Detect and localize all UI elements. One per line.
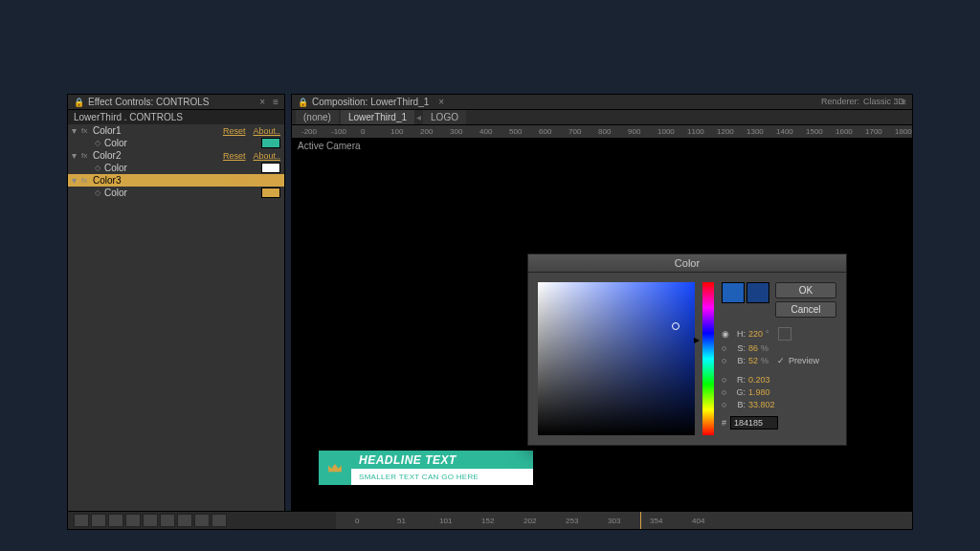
reset-link[interactable]: Reset: [223, 151, 246, 161]
green-value[interactable]: 1.980: [748, 387, 770, 397]
twirl-icon[interactable]: ▾: [72, 175, 81, 186]
panel-title: Composition: LowerThird_1: [312, 97, 429, 107]
about-link[interactable]: About..: [253, 126, 280, 136]
dialog-title: Color: [528, 254, 846, 273]
crumb-lowerthird[interactable]: LowerThird_1: [341, 110, 414, 124]
lower-third-preview: HEADLINE TEXT SMALLER TEXT CAN GO HERE: [319, 451, 533, 485]
color-picker-dialog: Color: [527, 253, 847, 446]
reset-link[interactable]: Reset: [223, 176, 246, 186]
color-swatch[interactable]: [261, 138, 280, 148]
timeline-track[interactable]: 051101152202253303354404: [336, 512, 912, 529]
eyedropper-icon[interactable]: [778, 327, 791, 341]
color-swatch[interactable]: [261, 187, 280, 198]
fx-icon[interactable]: fx: [81, 151, 93, 160]
color-swatch[interactable]: [261, 163, 280, 173]
bright-value[interactable]: 52: [748, 356, 758, 365]
timeline-tool-icon[interactable]: [143, 514, 158, 527]
close-icon[interactable]: ×: [259, 97, 265, 107]
hex-input[interactable]: [730, 416, 778, 430]
playhead[interactable]: [640, 512, 641, 529]
effect-row-color2[interactable]: ▾ fx Color2 Reset About..: [68, 149, 284, 162]
old-color-swatch[interactable]: [746, 282, 769, 303]
about-link[interactable]: About..: [253, 176, 280, 186]
color-swatches: [722, 282, 769, 303]
property-list: ▾ fx Color1 Reset About.. ◇ Color ▾ fx C…: [68, 124, 284, 529]
stopwatch-icon[interactable]: ◇: [95, 139, 104, 147]
panel-tab[interactable]: 🔒 Effect Controls: CONTROLS × ≡: [68, 95, 284, 110]
red-value[interactable]: 0.203: [748, 375, 770, 385]
stopwatch-icon[interactable]: ◇: [95, 188, 104, 197]
panel-menu-icon[interactable]: ≡: [273, 97, 278, 107]
timeline-tool-icon[interactable]: [125, 514, 141, 527]
lock-icon[interactable]: 🔒: [74, 98, 84, 107]
sat-value[interactable]: 86: [748, 343, 758, 353]
cancel-button[interactable]: Cancel: [775, 301, 836, 318]
crumb-none[interactable]: (none): [296, 110, 339, 124]
horizontal-ruler: -200-10001002003004005006007008009001000…: [292, 125, 912, 139]
panel-tab[interactable]: 🔒 Composition: LowerThird_1 × ≡: [292, 95, 912, 110]
color-field-cursor: [672, 322, 679, 330]
crumb-logo[interactable]: LOGO: [423, 110, 466, 124]
lock-icon[interactable]: 🔒: [298, 98, 308, 107]
timeline-tool-icon[interactable]: [108, 514, 123, 527]
timeline-tool-icon[interactable]: [74, 514, 89, 527]
hue-cursor: [700, 340, 717, 343]
stopwatch-icon[interactable]: ◇: [95, 164, 104, 172]
about-link[interactable]: About..: [253, 151, 280, 161]
active-camera-label: Active Camera: [298, 141, 361, 151]
preview-check-icon[interactable]: ✓: [777, 356, 785, 365]
composition-breadcrumb: (none) LowerThird_1 ◂ LOGO Renderer: Cla…: [292, 110, 912, 125]
timeline-panel: 051101152202253303354404: [67, 511, 913, 530]
panel-title: Effect Controls: CONTROLS: [88, 97, 210, 107]
renderer-label: Renderer:: [821, 97, 859, 106]
fx-icon[interactable]: fx: [81, 126, 93, 135]
new-color-swatch: [722, 282, 745, 303]
timeline-tool-icon[interactable]: [160, 514, 175, 527]
timeline-tool-icon[interactable]: [177, 514, 192, 527]
crown-icon: [319, 451, 351, 485]
color-property[interactable]: ◇ Color: [68, 162, 284, 174]
effect-row-color1[interactable]: ▾ fx Color1 Reset About..: [68, 124, 284, 137]
hue-value[interactable]: 220: [748, 329, 763, 339]
reset-link[interactable]: Reset: [223, 126, 246, 136]
color-property[interactable]: ◇ Color: [68, 187, 284, 199]
color-property[interactable]: ◇ Color: [68, 137, 284, 149]
composition-panel: 🔒 Composition: LowerThird_1 × ≡ (none) L…: [291, 94, 913, 530]
timeline-tool-icon[interactable]: [212, 514, 227, 527]
composition-viewer[interactable]: Active Camera HEADLINE TEXT SMALLER TEXT…: [292, 139, 912, 514]
blue-value[interactable]: 33.802: [748, 400, 775, 409]
effect-controls-panel: 🔒 Effect Controls: CONTROLS × ≡ LowerThi…: [67, 94, 285, 530]
effect-row-color3[interactable]: ▾ fx Color3 Reset About..: [68, 174, 284, 187]
subline-text: SMALLER TEXT CAN GO HERE: [359, 473, 479, 481]
panel-subtitle: LowerThird . CONTROLS: [68, 110, 284, 124]
close-tab-icon[interactable]: ×: [438, 97, 444, 107]
timeline-tool-icon[interactable]: [91, 514, 106, 527]
twirl-icon[interactable]: ▾: [72, 125, 81, 136]
ok-button[interactable]: OK: [775, 282, 836, 298]
renderer-value[interactable]: Classic 3D: [863, 97, 904, 106]
headline-text: HEADLINE TEXT: [359, 453, 457, 467]
hue-slider[interactable]: [702, 282, 714, 435]
fx-icon[interactable]: fx: [81, 176, 93, 185]
color-field[interactable]: [538, 282, 695, 435]
timeline-tool-icon[interactable]: [194, 514, 210, 527]
twirl-icon[interactable]: ▾: [72, 150, 81, 161]
